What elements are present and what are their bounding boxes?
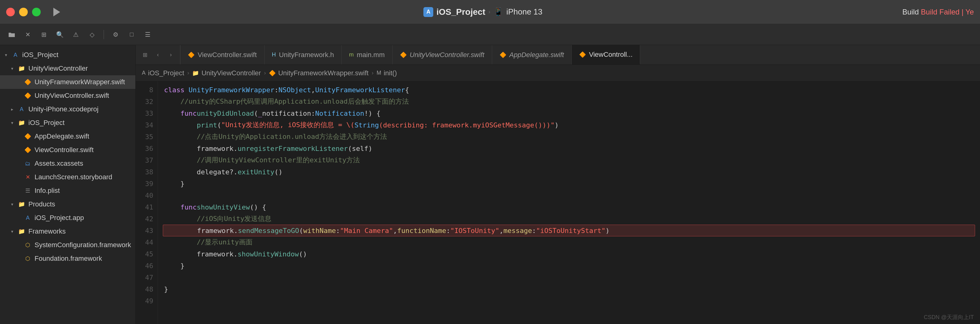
h-icon: H — [272, 51, 276, 58]
code-line-32: //unity的CSharp代码里调用Application.unload后会触… — [164, 96, 974, 107]
breadcrumb-file: 🔶 UnityFrameworkWrapper.swift — [269, 69, 369, 77]
chevron-placeholder: ▾ — [16, 93, 21, 99]
sidebar-content: ▾ A iOS_Project ▾ 📁 UnityViewController … — [0, 45, 135, 324]
code-line-47 — [164, 271, 974, 283]
sidebar-item-launchscreen[interactable]: ▾ ✕ LaunchScreen.storyboard — [0, 170, 135, 184]
breadcrumb-folder: 📁 UnityViewController — [192, 69, 261, 77]
sidebar-item-unity-vc-folder[interactable]: ▾ 📁 UnityViewController — [0, 62, 135, 75]
traffic-lights — [6, 8, 41, 16]
tab-list: 🔶 ViewController.swift H UnityFramework.… — [180, 45, 980, 64]
method-icon: M — [377, 70, 381, 76]
xcodeproj-icon: A — [11, 51, 20, 59]
swift-icon: 🔶 — [24, 132, 32, 141]
swift-icon: 🔶 — [500, 51, 506, 58]
minimize-button[interactable] — [19, 8, 28, 16]
tab-unityframework-h[interactable]: H UnityFramework.h — [264, 45, 342, 64]
project-title: iOS_Project — [436, 7, 485, 17]
sidebar-item-label: SystemConfiguration.framework — [35, 241, 132, 249]
sidebar-item-info-plist[interactable]: ▾ ☰ Info.plist — [0, 184, 135, 198]
swift-icon: 🔶 — [24, 78, 32, 86]
folder-icon[interactable] — [6, 29, 17, 40]
breadcrumb-method: M init() — [377, 69, 397, 77]
code-line-33: func unityDidUnload(_ notification: Noti… — [164, 107, 974, 119]
code-editor[interactable]: 8 32 33 34 35 36 37 38 39 40 41 42 43 44… — [136, 81, 980, 324]
sidebar-item-unity-iphone[interactable]: ▸ A Unity-iPhone.xcodeproj — [0, 102, 135, 116]
run-button[interactable] — [50, 5, 64, 19]
back-button[interactable]: ‹ — [153, 50, 163, 60]
code-content: class UnityFrameworkWrapper: NSObject, U… — [158, 81, 980, 324]
sidebar-item-frameworks[interactable]: ▾ 📁 Frameworks — [0, 225, 135, 238]
swift-icon: 🔶 — [269, 70, 276, 77]
sidebar-item-label: AppDelegate.swift — [35, 132, 132, 140]
grid-view-button[interactable]: ⊞ — [140, 50, 150, 60]
code-line-37: //调用UnityViewController里的exitUnity方法 — [164, 154, 974, 166]
breadcrumb-method-name: init() — [383, 69, 397, 77]
swift-icon: 🔶 — [400, 51, 407, 58]
swift-icon: 🔶 — [579, 51, 586, 58]
xcodeproj-icon: A — [17, 105, 26, 113]
tab-main-mm[interactable]: m main.mm — [342, 45, 392, 64]
bubble-icon[interactable]: □ — [126, 29, 137, 40]
sidebar-item-assets[interactable]: ▾ 🗂 Assets.xcassets — [0, 157, 135, 170]
close-x-icon[interactable]: ✕ — [22, 29, 33, 40]
watermark: CSDN @天涯向上IT — [924, 313, 974, 321]
sidebar-item-label: UnityViewController.swift — [35, 92, 132, 100]
tab-unity-vc-swift[interactable]: 🔶 UnityViewController.swift — [393, 45, 492, 64]
sidebar-item-products[interactable]: ▾ 📁 Products — [0, 198, 135, 211]
sidebar-item-label: Foundation.framework — [35, 255, 132, 263]
code-line-40 — [164, 190, 974, 201]
swift-icon: 🔶 — [24, 146, 32, 154]
code-line-41: func showUnityView() { — [164, 201, 974, 213]
sidebar-item-viewcontroller[interactable]: ▾ 🔶 ViewController.swift — [0, 143, 135, 157]
diamond-icon[interactable]: ◇ — [86, 29, 97, 40]
grid-icon[interactable]: ⊞ — [38, 29, 49, 40]
build-status: Build Build Failed | Ye — [902, 8, 974, 16]
sidebar-item-ios-project-folder[interactable]: ▾ 📁 iOS_Project — [0, 116, 135, 129]
search-icon[interactable]: 🔍 — [54, 29, 65, 40]
folder-icon: 📁 — [17, 118, 26, 127]
tab-viewcontroller-swift[interactable]: 🔶 ViewController.swift — [180, 45, 264, 64]
sidebar-item-foundation[interactable]: ▾ ⬡ Foundation.framework — [0, 252, 135, 265]
device-selector[interactable]: 📱 iPhone 13 — [493, 7, 542, 17]
folder-icon: 📁 — [17, 64, 26, 73]
chevron-right-icon: ▸ — [9, 107, 15, 112]
toolbar-divider — [103, 30, 104, 39]
breadcrumb-project: iOS_Project — [148, 69, 184, 77]
list-icon[interactable]: ☰ — [142, 29, 153, 40]
breadcrumb-project-icon: A iOS_Project — [142, 69, 184, 77]
app-icon: A — [24, 214, 32, 222]
forward-button[interactable]: › — [166, 50, 176, 60]
warning-icon[interactable]: ⚠ — [70, 29, 81, 40]
line-numbers: 8 32 33 34 35 36 37 38 39 40 41 42 43 44… — [136, 81, 158, 324]
sidebar-item-label: LaunchScreen.storyboard — [35, 173, 132, 181]
code-line-38: delegate?.exitUnity() — [164, 166, 974, 178]
sidebar-item-ios-project-app[interactable]: ▾ A iOS_Project.app — [0, 211, 135, 225]
sidebar-item-system-config[interactable]: ▾ ⬡ SystemConfiguration.framework — [0, 238, 135, 252]
maximize-button[interactable] — [32, 8, 41, 16]
sidebar-item-label: UnityViewController — [29, 64, 132, 72]
sidebar-item-label: iOS_Project — [22, 51, 132, 59]
storyboard-icon: ✕ — [24, 173, 32, 182]
sidebar-item-ios-project[interactable]: ▾ A iOS_Project — [0, 48, 135, 62]
sidebar-item-unity-vc-swift[interactable]: ▾ 🔶 UnityViewController.swift — [0, 89, 135, 102]
code-line-45: framework.showUnityWindow() — [164, 248, 974, 260]
close-button[interactable] — [6, 8, 15, 16]
main-layout: ▾ A iOS_Project ▾ 📁 UnityViewController … — [0, 45, 980, 324]
code-line-42: //iOS向Unity发送信息 — [164, 213, 974, 225]
code-line-44: //显示unity画面 — [164, 236, 974, 248]
chevron-down-icon: ▾ — [9, 201, 15, 207]
tab-appdelegate-swift[interactable]: 🔶 AppDelegate.swift — [492, 45, 572, 64]
sidebar-item-label: ViewController.swift — [35, 146, 132, 154]
sidebar-item-appdelegate[interactable]: ▾ 🔶 AppDelegate.swift — [0, 129, 135, 143]
swift-icon: 🔶 — [24, 91, 32, 100]
code-line-43: framework.sendMessageToGO(withName: "Mai… — [163, 225, 975, 236]
chevron-down-icon: ▾ — [9, 120, 15, 126]
gear-icon[interactable]: ⚙ — [110, 29, 121, 40]
chevron-placeholder: ▾ — [16, 79, 21, 85]
device-icon: 📱 — [493, 7, 503, 17]
tab-viewcontrol[interactable]: 🔶 ViewControll... — [572, 45, 640, 64]
device-name: iPhone 13 — [506, 7, 542, 17]
sidebar-item-label: Frameworks — [29, 227, 132, 235]
sidebar-item-unity-fw-wrapper[interactable]: ▾ 🔶 UnityFrameworkWrapper.swift — [0, 75, 135, 89]
folder-icon: 📁 — [17, 227, 26, 236]
